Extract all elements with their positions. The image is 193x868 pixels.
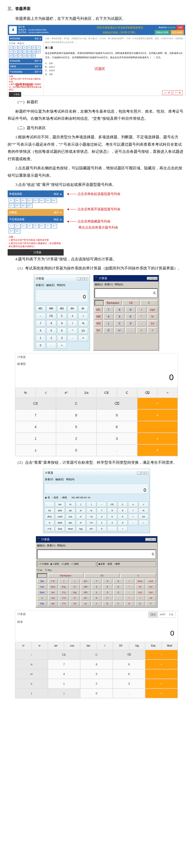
calc-key[interactable]: Sta — [37, 579, 47, 584]
qnum-20[interactable]: 20* — [32, 54, 36, 58]
qnum-cell[interactable]: 10.* — [15, 198, 20, 203]
calc-key[interactable]: s — [37, 595, 47, 600]
calc-key[interactable]: tan — [80, 642, 96, 650]
calc-key[interactable]: / — [128, 508, 138, 513]
calc-key[interactable]: / — [124, 579, 134, 584]
calc-key[interactable]: 5 — [102, 584, 113, 589]
radio-degree[interactable]: ◉ 度 — [45, 496, 50, 499]
calc-key[interactable]: 3 — [96, 433, 137, 444]
calc-key[interactable]: log — [70, 590, 80, 595]
qnum-4[interactable]: 4* — [23, 46, 27, 49]
calc-key[interactable]: xʸ — [76, 514, 86, 520]
calc-key[interactable]: + — [137, 433, 178, 444]
calc-key[interactable]: MC — [36, 305, 46, 312]
calc-key[interactable]: 10ˣ — [113, 642, 129, 650]
calc-key[interactable]: 0 — [103, 327, 114, 333]
calc-key[interactable]: pi — [80, 601, 91, 606]
calc-key[interactable]: tan — [65, 520, 75, 526]
subject-status-1[interactable]: 初级会计实务 — [155, 30, 170, 35]
calc-key[interactable]: n! — [70, 595, 80, 600]
calc-key[interactable]: 4 — [103, 313, 114, 319]
calc-key[interactable]: + — [118, 526, 128, 532]
calc-key[interactable]: B — [102, 601, 113, 606]
qnum-cell[interactable]: 10.* — [15, 229, 20, 234]
qnum-18[interactable]: 18* — [23, 54, 27, 58]
radio-radian[interactable]: ○ 弧度 — [52, 496, 59, 499]
qnum-19[interactable]: 19* — [27, 54, 31, 58]
calc-key[interactable]: + — [145, 679, 178, 688]
calc-key[interactable]: . — [113, 688, 145, 698]
qnum-14[interactable]: 14* — [36, 50, 40, 53]
calc-key[interactable]: x² — [15, 642, 32, 650]
calc-key[interactable]: 7 — [103, 307, 114, 313]
calc-key[interactable]: F-E — [45, 526, 54, 532]
subject-status-2[interactable]: 经济法基础 — [171, 30, 184, 35]
calc-key[interactable]: - — [136, 320, 147, 327]
calc-key[interactable]: √ — [139, 502, 148, 507]
calc-key[interactable]: 8 — [107, 508, 117, 513]
calc-key[interactable]: MR — [46, 305, 56, 312]
menu-help[interactable]: 帮助(H) — [66, 478, 75, 481]
calc-key[interactable]: π — [15, 659, 48, 669]
calc-key[interactable]: 0 — [80, 688, 113, 698]
calc-key[interactable]: 9 — [125, 307, 135, 313]
calc-key[interactable]: ± — [15, 444, 56, 456]
backspace-key[interactable]: Backspace — [48, 573, 84, 578]
calc-key[interactable]: 1 — [15, 433, 56, 444]
calc-key[interactable]: 1/x — [70, 601, 80, 606]
calc-key[interactable]: 4 — [97, 514, 107, 520]
calc-key[interactable]: ↑ — [15, 650, 48, 659]
calc-key[interactable]: 1 — [97, 520, 107, 526]
calc-key[interactable]: cos — [64, 642, 80, 650]
calc-key[interactable]: 9 — [113, 659, 145, 669]
calc-key[interactable]: log — [76, 526, 86, 532]
calc-key[interactable]: 2 — [102, 590, 113, 595]
calculator-button[interactable]: 📱 计算器 — [9, 92, 21, 97]
calc-key[interactable]: Xor — [146, 584, 156, 589]
calc-key[interactable]: Mod — [161, 642, 178, 650]
qnum-cell[interactable]: 6.* — [39, 224, 45, 228]
calc-key[interactable]: ) — [48, 688, 80, 698]
calc-key[interactable]: 9 — [118, 508, 128, 513]
calc-key[interactable]: tanh — [55, 520, 65, 526]
calc-key[interactable]: xʸ — [32, 642, 48, 650]
qnum-2[interactable]: 2* — [13, 46, 18, 49]
c-key[interactable]: C — [120, 573, 156, 578]
calc-key[interactable]: A — [91, 601, 102, 606]
calc-key[interactable]: 6 — [125, 313, 135, 319]
calc-key[interactable]: C — [113, 601, 123, 606]
minimize-icon[interactable]: _ — [147, 277, 150, 280]
qnum-cell[interactable]: 7.* — [45, 224, 51, 228]
calc-key[interactable]: And — [146, 579, 156, 584]
calc-key[interactable]: x^2 — [59, 601, 69, 606]
calc-key[interactable]: M+ — [67, 305, 77, 312]
maximize-icon[interactable]: □ — [150, 277, 154, 280]
calc-key[interactable]: MR — [94, 313, 103, 319]
qnum-1[interactable]: 1* — [9, 46, 13, 49]
calc-key[interactable]: ÷ — [157, 388, 178, 398]
calc-key[interactable]: 3 — [125, 320, 135, 327]
ce-key[interactable]: CE — [122, 300, 140, 306]
calc-key[interactable]: = — [78, 335, 88, 341]
maximize-icon[interactable]: □ — [149, 538, 153, 541]
calc-key[interactable]: 9 — [57, 320, 67, 327]
calc-key[interactable]: CE — [46, 313, 56, 319]
calc-key[interactable]: Mod — [65, 526, 75, 532]
calc-key[interactable]: = — [145, 688, 178, 698]
qnum-cell[interactable]: 17.* — [9, 204, 14, 208]
angle-toggle[interactable]: DEGHYPF-E — [148, 612, 176, 618]
calc-key[interactable]: × — [137, 409, 178, 421]
calc-key[interactable]: dms — [48, 584, 58, 589]
option-a[interactable]: A、130 — [45, 62, 184, 65]
calc-key[interactable]: n! — [15, 669, 48, 679]
calc-key[interactable]: ⌫ — [137, 388, 158, 398]
submit-button[interactable]: 交卷 — [177, 25, 184, 30]
calc-key[interactable]: 0 — [36, 342, 46, 349]
option-d[interactable]: D、150 — [45, 72, 184, 76]
calc-key[interactable]: 6 — [113, 669, 145, 679]
backspace-key[interactable]: Backspace — [104, 300, 122, 306]
minimize-icon[interactable]: _ — [137, 472, 141, 475]
calc-key[interactable]: . — [125, 327, 135, 333]
menu-edit[interactable]: 编辑(E) — [94, 283, 103, 286]
calc-key[interactable]: Int — [45, 508, 54, 513]
